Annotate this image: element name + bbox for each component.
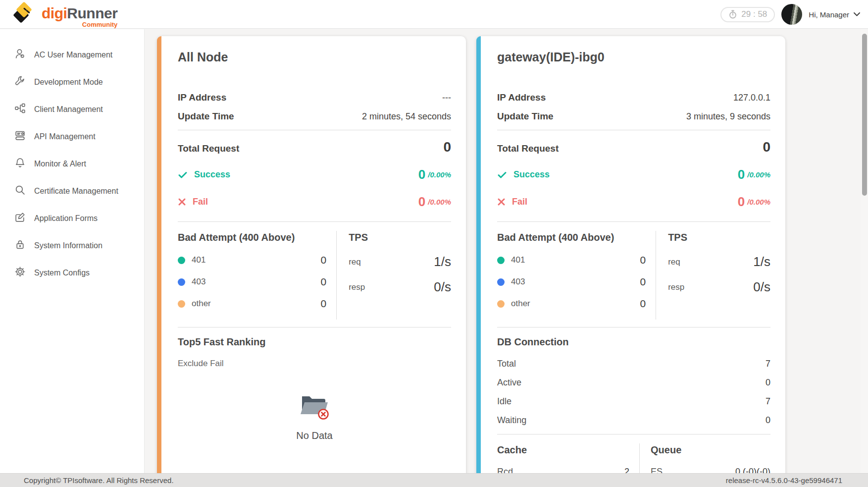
gear-icon xyxy=(14,266,26,279)
exclude-fail-label: Exclude Fail xyxy=(178,359,451,369)
db-idle-row: Idle 7 xyxy=(497,396,770,407)
status-dot-401 xyxy=(178,257,185,264)
sidebar-item-application-forms[interactable]: Application Forms xyxy=(0,205,144,232)
sidebar-item-label: Development Mode xyxy=(34,78,103,87)
fail-percent: /0.00% xyxy=(428,198,451,206)
cache-row-value: 2 xyxy=(624,467,629,473)
fail-label: Fail xyxy=(193,197,418,207)
top5-fast-ranking-title: Top5 Fast Ranking xyxy=(178,336,451,348)
sidebar-item-label: System Information xyxy=(34,241,102,250)
api-card-icon xyxy=(14,130,26,143)
status-dot-401 xyxy=(497,257,505,264)
divider xyxy=(497,434,770,434)
code-value: 0 xyxy=(640,276,646,288)
queue-title: Queue xyxy=(651,444,770,456)
stopwatch-icon xyxy=(728,10,737,19)
session-timer[interactable]: 29 : 58 xyxy=(720,7,775,22)
queue-row-value: 0 (-0)(-0) xyxy=(735,467,770,473)
tps-resp-row: resp 0/s xyxy=(668,279,770,295)
sidebar-item-ac-user-management[interactable]: AC User Management xyxy=(0,41,144,68)
ip-address-row: IP Address --- xyxy=(178,92,451,103)
no-data-label: No Data xyxy=(178,430,451,441)
code-value: 0 xyxy=(640,298,646,310)
vertical-scrollbar-track[interactable] xyxy=(861,29,868,473)
success-label: Success xyxy=(513,169,738,180)
code-label: other xyxy=(192,299,211,309)
sidebar-item-client-management[interactable]: Client Management xyxy=(0,96,144,123)
sidebar-item-api-management[interactable]: API Management xyxy=(0,123,144,150)
sidebar-nav: AC User Management Development Mode Clie… xyxy=(0,29,145,473)
x-icon xyxy=(497,198,506,206)
ip-address-value: --- xyxy=(442,93,451,103)
bad-attempt-row-other: other 0 xyxy=(497,298,646,310)
app-header: digiRunner Community 29 : 58 Hi, Manager xyxy=(0,0,868,29)
bad-attempt-tps-section: Bad Attempt (400 Above) 401 0 403 0 othe… xyxy=(178,231,451,320)
divider xyxy=(178,327,451,327)
sidebar-item-system-configs[interactable]: System Configs xyxy=(0,259,144,286)
sidebar-item-certificate-management[interactable]: Certificate Management xyxy=(0,177,144,205)
sidebar-item-monitor-alert[interactable]: Monitor & Alert xyxy=(0,150,144,177)
wrench-icon xyxy=(14,75,26,89)
db-row-label: Active xyxy=(497,378,521,388)
tps-req-value: 1/s xyxy=(434,254,451,270)
total-request-row: Total Request 0 xyxy=(497,139,770,155)
brand-logo[interactable]: digiRunner Community xyxy=(13,2,117,28)
x-icon xyxy=(178,198,186,206)
user-menu[interactable]: Hi, Manager xyxy=(809,10,860,19)
tps-resp-value: 0/s xyxy=(753,279,770,295)
total-request-value: 0 xyxy=(763,139,770,155)
node-card-gateway-ibg0: gateway(IDE)-ibg0 IP Address 127.0.0.1 U… xyxy=(476,36,785,473)
total-request-label: Total Request xyxy=(178,143,239,154)
release-version-text: release-rc-v4.5.6.0-43-ge59946471 xyxy=(726,476,842,485)
status-dot-403 xyxy=(178,278,185,286)
copyright-text: Copyright© TPIsoftware. All Rights Reser… xyxy=(24,476,174,485)
sidebar-item-development-mode[interactable]: Development Mode xyxy=(0,68,144,96)
fail-percent: /0.00% xyxy=(747,198,770,206)
code-value: 0 xyxy=(320,254,326,266)
sidebar-item-label: API Management xyxy=(34,132,96,141)
brand-text: digiRunner Community xyxy=(42,2,117,28)
bad-attempt-row-403: 403 0 xyxy=(497,276,646,288)
footer-bar: Copyright© TPIsoftware. All Rights Reser… xyxy=(0,473,868,487)
session-timer-value: 29 : 58 xyxy=(741,9,767,19)
bad-attempt-title: Bad Attempt (400 Above) xyxy=(178,232,326,243)
divider xyxy=(497,130,770,130)
tps-req-value: 1/s xyxy=(753,254,770,270)
user-icon xyxy=(14,48,26,61)
card-accent-bar xyxy=(476,36,481,473)
db-row-value: 7 xyxy=(766,396,770,407)
fail-value: 0 xyxy=(738,194,745,210)
edit-icon xyxy=(14,212,26,225)
db-waiting-row: Waiting 0 xyxy=(497,415,770,426)
db-active-row: Active 0 xyxy=(497,378,770,388)
hierarchy-icon xyxy=(14,103,26,116)
fail-row: Fail 0 /0.00% xyxy=(178,194,451,210)
tps-resp-row: resp 0/s xyxy=(349,279,451,295)
db-row-label: Idle xyxy=(497,396,511,407)
lock-icon xyxy=(14,239,26,252)
divider xyxy=(178,130,451,130)
sidebar-item-label: Client Management xyxy=(34,105,103,114)
db-row-value: 7 xyxy=(766,359,770,369)
avatar[interactable] xyxy=(781,4,802,25)
sidebar-item-system-information[interactable]: System Information xyxy=(0,232,144,259)
vertical-scrollbar-thumb[interactable] xyxy=(862,34,867,196)
update-time-row: Update Time 3 minutes, 9 seconds xyxy=(497,111,770,122)
queue-es-row: ES 0 (-0)(-0) xyxy=(651,467,770,473)
success-percent: /0.00% xyxy=(747,170,770,179)
code-label: 401 xyxy=(192,255,205,265)
status-dot-403 xyxy=(497,278,505,286)
brand-community: Community xyxy=(42,21,117,28)
ip-address-label: IP Address xyxy=(178,92,226,103)
bad-attempt-row-401: 401 0 xyxy=(497,254,646,266)
update-time-value: 3 minutes, 9 seconds xyxy=(686,111,770,122)
sidebar-item-label: Application Forms xyxy=(34,214,98,223)
card-title: All Node xyxy=(178,50,451,64)
no-data-placeholder: No Data xyxy=(178,392,451,441)
ip-address-label: IP Address xyxy=(497,92,546,103)
code-label: 403 xyxy=(511,277,525,287)
success-percent: /0.00% xyxy=(428,170,451,179)
success-label: Success xyxy=(194,169,418,180)
bad-attempt-row-401: 401 0 xyxy=(178,254,326,266)
digirunner-logo-icon xyxy=(13,2,36,25)
